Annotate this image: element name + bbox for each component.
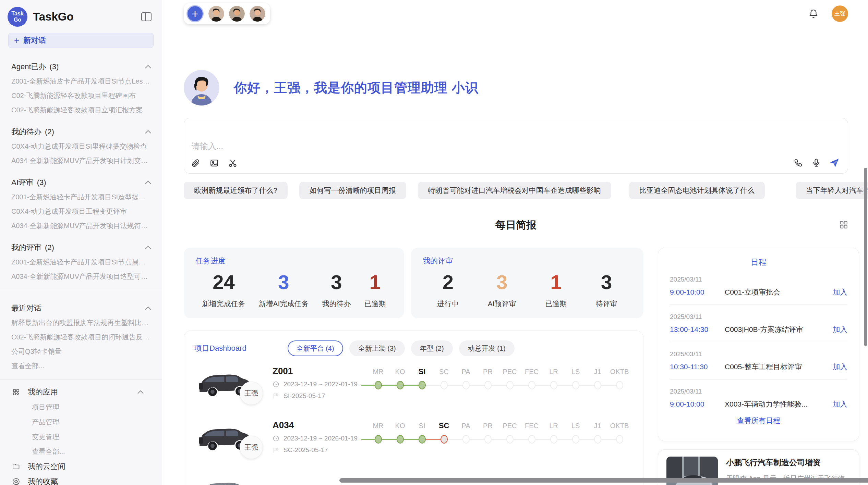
scissors-icon[interactable] <box>228 158 238 168</box>
sidebar-task-item[interactable]: Z001-全新燃油轻卡产品开发项目SI造型提交物评审 <box>11 190 152 204</box>
user-avatar[interactable]: 王强 <box>832 5 848 22</box>
app-link[interactable]: 项目管理 <box>0 400 162 415</box>
milestone-label: FEC <box>521 366 543 377</box>
milestone-dot <box>506 381 514 389</box>
sidebar-task-item[interactable]: A034-全新新能源MUV产品开发项目造型可行性评审 <box>11 269 152 284</box>
sidebar-task-item[interactable]: C02-飞腾新能源轻客改款项目立项汇报方案 <box>11 103 152 117</box>
recent-chat-item[interactable]: C02-飞腾新能源轻客改款项目的闭环通告反馈情况 <box>11 330 152 344</box>
schedule-row: 10:30-11:30C005-整车工程目标评审加入 <box>670 362 847 372</box>
stat-item: 24新增完成任务 <box>202 269 245 309</box>
main-content: + 王强 <box>162 0 868 485</box>
milestone-dot <box>484 381 492 389</box>
project-flag-text: SC-2025-05-17 <box>284 446 328 454</box>
stat-label: 待评审 <box>596 299 617 309</box>
project-owner-badge: 王强 <box>240 436 263 459</box>
layout-grid-icon[interactable] <box>839 220 848 229</box>
suggestion-chip[interactable]: 如何写一份清晰的项目周报 <box>299 182 406 199</box>
milestone-dot <box>572 435 579 444</box>
sidebar-link-star[interactable]: 我的收藏 <box>0 474 162 485</box>
dashboard-tab[interactable]: 动总开发 (1) <box>459 340 515 356</box>
suggestion-chips: 欧洲新规最近颁布了什么?如何写一份清晰的项目周报特朗普可能对进口汽车增税会对中国… <box>184 182 848 199</box>
milestone-OKTB: OKTB <box>608 366 630 391</box>
member-avatar-1[interactable] <box>208 6 224 22</box>
milestone-label: SC <box>433 366 455 377</box>
member-avatar-2[interactable] <box>229 6 245 22</box>
sidebar-task-item[interactable]: C02-飞腾新能源轻客改款项目里程碑画布 <box>11 88 152 103</box>
apps-view-all-link[interactable]: 查看全部... <box>0 444 162 459</box>
send-icon[interactable] <box>829 158 840 168</box>
agent-pill: + <box>184 3 270 24</box>
schedule-date: 2025/03/11 <box>670 313 847 321</box>
microphone-icon[interactable] <box>811 158 821 167</box>
milestone-J1: J1 <box>587 366 608 391</box>
add-agent-button[interactable]: + <box>186 5 204 22</box>
project-milestone-flag: SC-2025-05-17 <box>273 446 364 454</box>
briefing-header: 每日简报 <box>184 218 848 233</box>
section-3-title: 我的评审 <box>11 242 41 253</box>
stat-label: 我的待办 <box>322 299 351 309</box>
suggestion-chip[interactable]: 特朗普可能对进口汽车增税会对中国车企造成哪些影响 <box>418 182 611 199</box>
section-0-header[interactable]: Agent已办(3) <box>11 62 152 72</box>
project-row[interactable]: 王强A0342023-12-19 ~ 2026-01-19SC-2025-05-… <box>194 419 633 464</box>
app-link[interactable]: 产品管理 <box>0 415 162 430</box>
recent-chat-item[interactable]: 解释最新出台的欧盟报废车法规再生塑料比例被调至15%... <box>11 315 152 330</box>
suggestion-chip[interactable]: 欧洲新规最近颁布了什么? <box>184 182 288 199</box>
my-apps-label: 我的应用 <box>28 387 58 397</box>
milestone-SI: SI <box>411 366 433 391</box>
project-row[interactable]: 王强Z0012023-12-19 ~ 2027-01-19SI-2025-05-… <box>194 365 633 410</box>
recent-header[interactable]: 最近对话 <box>11 303 152 313</box>
milestone-label: OKTB <box>608 421 630 431</box>
milestone-dot <box>462 381 470 389</box>
sidebar-task-item[interactable]: Z001-全新燃油皮卡产品开发项目SI节点Lesson Learn报告 <box>11 74 152 88</box>
new-chat-button[interactable]: + 新对话 <box>8 33 154 48</box>
project-dates-text: 2023-12-19 ~ 2026-01-19 <box>284 435 358 442</box>
recent-chat-item[interactable]: 公司Q3轻卡销量 <box>11 344 152 359</box>
section-3-header[interactable]: 我的评审(2) <box>11 242 152 253</box>
voice-call-icon[interactable] <box>794 158 803 167</box>
sidebar-collapse-icon[interactable] <box>141 12 152 21</box>
sidebar-task-item[interactable]: A034-全新新能源MUV产品开发项目计划变更表编写 <box>11 153 152 168</box>
sidebar-task-item[interactable]: A034-全新新能源MUV产品开发项目法规符合性评审 <box>11 219 152 233</box>
dashboard-tab[interactable]: 全新上装 (3) <box>349 340 405 356</box>
suggestion-chip[interactable]: 比亚迪全固态电池计划具体说了什么 <box>629 182 765 199</box>
section-0-title: Agent已办 <box>11 62 46 72</box>
chat-input[interactable]: 请输入... <box>184 118 848 174</box>
stat-card-reviews: 我的评审2进行中3AI预评审1已逾期3待评审 <box>411 248 643 318</box>
sidebar-task-item[interactable]: Z001-全新燃油轻卡产品开发项目SI节点属性5D文件评审 <box>11 255 152 269</box>
plus-icon: + <box>14 35 19 46</box>
milestone-label: LS <box>565 366 587 377</box>
stat-card-title: 任务进度 <box>195 256 393 266</box>
notification-bell-icon[interactable] <box>808 9 819 19</box>
section-1-header[interactable]: 我的待办(2) <box>11 127 152 137</box>
milestone-dot <box>397 435 404 444</box>
join-button[interactable]: 加入 <box>833 399 847 409</box>
dashboard-tab[interactable]: 全新平台 (4) <box>288 340 343 356</box>
dashboard-tab[interactable]: 年型 (2) <box>411 340 453 356</box>
join-button[interactable]: 加入 <box>833 325 847 334</box>
member-avatar-3[interactable] <box>250 6 265 22</box>
schedule-entry: 2025/03/1113:00-14:30C003|H0B-方案冻结评审加入 <box>670 305 847 342</box>
sidebar-task-item[interactable]: C0X4-动力总成开发项目工程变更评审 <box>11 204 152 219</box>
section-2-header[interactable]: AI评审(3) <box>11 177 152 188</box>
schedule-date: 2025/03/11 <box>670 350 847 358</box>
milestone-KO: KO <box>389 366 411 391</box>
horizontal-scrollbar[interactable] <box>339 478 868 483</box>
sidebar-task-item[interactable]: C0X4-动力总成开发项目SI里程碑提交物检查 <box>11 139 152 153</box>
attachment-icon[interactable] <box>191 158 201 168</box>
app-link[interactable]: 变更管理 <box>0 430 162 444</box>
schedule-card: 日程 2025/03/119:00-10:00C001-立项审批会加入2025/… <box>658 248 859 441</box>
view-all-schedule-link[interactable]: 查看所有日程 <box>670 416 847 425</box>
join-button[interactable]: 加入 <box>833 362 847 372</box>
vertical-scrollbar[interactable] <box>864 168 867 346</box>
schedule-event-title: C003|H0B-方案冻结评审 <box>725 325 827 334</box>
schedule-time: 9:00-10:00 <box>670 400 725 408</box>
join-button[interactable]: 加入 <box>833 287 847 297</box>
image-upload-icon[interactable] <box>209 158 219 168</box>
section-1-title: 我的待办 <box>11 127 41 137</box>
new-chat-label: 新对话 <box>23 35 46 46</box>
recent-view-all-link[interactable]: 查看全部... <box>11 359 152 373</box>
sidebar-link-folder[interactable]: 我的云空间 <box>0 459 162 474</box>
my-apps-header[interactable]: 我的应用 <box>0 384 162 400</box>
milestone-dot <box>419 435 426 444</box>
suggestion-chip[interactable]: 当下年轻人对汽车外观有怎样的喜好趋势 <box>796 182 868 199</box>
